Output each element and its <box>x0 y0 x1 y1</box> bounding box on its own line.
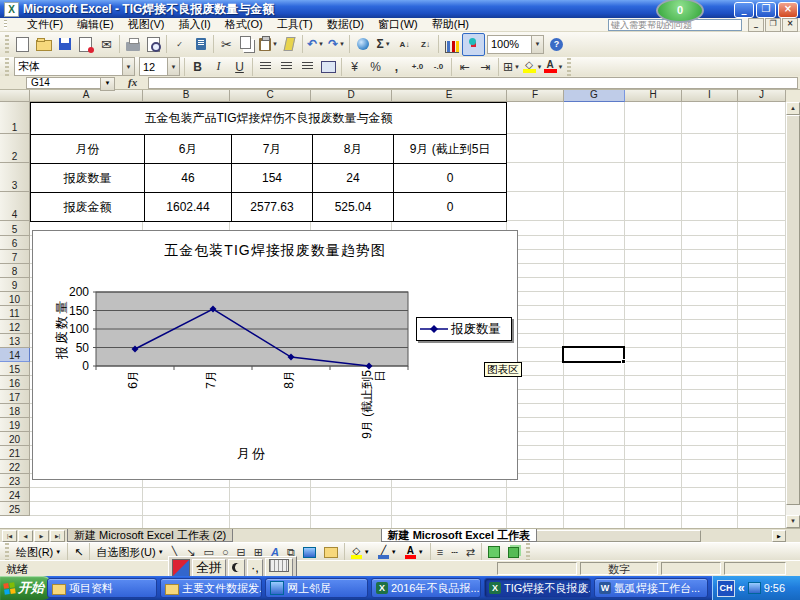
help-button[interactable]: ? <box>546 34 567 55</box>
row-header-9[interactable]: 9 <box>0 278 30 292</box>
percent-style-button[interactable]: % <box>365 58 386 75</box>
mail-button[interactable]: ✉ <box>96 34 117 55</box>
table-cell[interactable]: 0 <box>393 164 506 192</box>
font-name-combo[interactable]: 宋体 ▼ <box>14 57 135 76</box>
column-header-C[interactable]: C <box>230 89 311 102</box>
new-button[interactable] <box>12 34 33 55</box>
align-center-button[interactable] <box>276 58 297 75</box>
insert-hyperlink-button[interactable] <box>352 34 373 55</box>
column-header-D[interactable]: D <box>311 89 392 102</box>
chevron-down-icon[interactable]: ▼ <box>531 36 543 53</box>
permission-button[interactable] <box>75 34 96 55</box>
table-cell[interactable]: 525.04 <box>312 193 393 221</box>
table-cell[interactable]: 报废数量 <box>31 164 144 192</box>
spelling-button[interactable]: ✓ <box>169 34 190 55</box>
start-button[interactable]: 开始 <box>0 576 52 600</box>
decrease-indent-button[interactable]: ⇤ <box>454 58 475 75</box>
column-header-G[interactable]: G <box>564 89 625 102</box>
insert-picture-button[interactable] <box>320 547 342 558</box>
table-cell[interactable]: 8月 <box>312 135 393 163</box>
scroll-right-icon[interactable]: ▶ <box>772 530 786 542</box>
arrow-style-button[interactable]: ⇄ <box>462 546 479 559</box>
print-button[interactable] <box>122 34 143 55</box>
row-header-19[interactable]: 19 <box>0 418 30 432</box>
dash-style-button[interactable]: ┄ <box>447 546 462 559</box>
table-cell[interactable]: 月份 <box>31 135 144 163</box>
next-sheet-button[interactable]: ▶ <box>34 530 49 542</box>
print-preview-button[interactable] <box>143 34 164 55</box>
toolbar-options-button[interactable] <box>567 58 571 76</box>
merge-center-button[interactable] <box>318 58 339 75</box>
collapse-tray-icon[interactable]: « <box>738 581 745 595</box>
column-header-B[interactable]: B <box>143 89 230 102</box>
row-header-14[interactable]: 14 <box>0 348 30 362</box>
close-button[interactable]: × <box>778 2 798 18</box>
row-header-15[interactable]: 15 <box>0 362 30 376</box>
table-cell[interactable]: 24 <box>312 164 393 192</box>
taskbar-item-2[interactable]: 网上邻居 <box>265 578 368 598</box>
toolbar-options-button[interactable] <box>526 543 530 561</box>
save-button[interactable] <box>54 34 75 55</box>
decrease-decimal-button[interactable]: -.0 <box>428 58 449 75</box>
draw-menu-button[interactable]: 绘图(R)▼ <box>12 545 65 560</box>
menu-item-6[interactable]: 数据(D) <box>320 17 371 32</box>
toolbar-grip[interactable] <box>5 543 9 561</box>
toolbar-grip[interactable] <box>5 35 9 53</box>
undo-button[interactable]: ↶▼ <box>305 34 326 55</box>
column-header-J[interactable]: J <box>738 89 786 102</box>
increase-indent-button[interactable]: ⇥ <box>475 58 496 75</box>
column-header-H[interactable]: H <box>625 89 682 102</box>
chart-plot-area[interactable] <box>96 292 408 366</box>
selected-cell-G14[interactable] <box>562 346 625 363</box>
column-header-A[interactable]: A <box>30 89 143 102</box>
formula-input[interactable] <box>148 77 798 89</box>
last-sheet-button[interactable]: ▶| <box>50 530 65 542</box>
font-size-combo[interactable]: 12 ▼ <box>139 57 180 76</box>
row-header-2[interactable]: 2 <box>0 134 30 163</box>
sheet-tab-1[interactable]: 新建 Microsoft Excel 工作表 <box>381 529 537 542</box>
zoom-combo[interactable]: 100%▼ <box>487 35 544 54</box>
row-header-4[interactable]: 4 <box>0 192 30 221</box>
row-header-3[interactable]: 3 <box>0 163 30 192</box>
autosum-button[interactable]: Σ▼ <box>373 34 394 55</box>
table-cell[interactable]: 7月 <box>231 135 312 163</box>
restore-button[interactable]: ❐ <box>756 2 776 18</box>
workbook-close-button[interactable]: × <box>782 18 798 32</box>
name-box-dropdown-icon[interactable]: ▼ <box>100 77 115 91</box>
ime-mode-button[interactable]: 全拼 <box>192 559 226 577</box>
workbook-minimize-button[interactable]: _ <box>748 18 764 32</box>
shadow-style-button[interactable] <box>484 546 504 558</box>
row-header-24[interactable]: 24 <box>0 488 30 502</box>
underline-button[interactable]: U <box>229 58 250 75</box>
select-all-corner[interactable] <box>0 89 30 102</box>
column-header-E[interactable]: E <box>392 89 507 102</box>
menu-item-8[interactable]: 帮助(H) <box>425 17 476 32</box>
network-tray-icon[interactable] <box>748 582 761 594</box>
italic-button[interactable]: I <box>208 58 229 75</box>
row-header-25[interactable]: 25 <box>0 502 30 516</box>
chevron-down-icon[interactable]: ▼ <box>339 41 345 47</box>
bold-button[interactable]: B <box>187 58 208 75</box>
chart-wizard-button[interactable] <box>441 34 462 55</box>
minimize-button[interactable]: _ <box>734 2 754 18</box>
row-header-10[interactable]: 10 <box>0 292 30 306</box>
line-color-button[interactable]: ╱▼ <box>374 546 401 559</box>
fill-color-button[interactable]: ◇▼ <box>522 58 543 75</box>
vertical-scroll-thumb[interactable] <box>786 115 800 505</box>
ime-softkeyboard-button[interactable] <box>265 558 293 577</box>
ime-fullhalf-button[interactable] <box>228 559 245 577</box>
table-cell[interactable]: 9月 (截止到5日 <box>393 135 506 163</box>
chart-object[interactable]: 五金包装TIG焊接报废数量趋势图 报废数量 月份 报废数量 0501001502… <box>32 230 518 480</box>
name-box[interactable]: G14 <box>26 77 104 89</box>
row-header-5[interactable]: 5 <box>0 221 30 236</box>
row-header-17[interactable]: 17 <box>0 390 30 404</box>
row-header-18[interactable]: 18 <box>0 404 30 418</box>
vertical-scrollbar[interactable]: ▲ ▼ <box>786 102 800 528</box>
menu-item-7[interactable]: 窗口(W) <box>371 17 425 32</box>
menu-item-5[interactable]: 工具(T) <box>270 17 320 32</box>
row-header-11[interactable]: 11 <box>0 306 30 320</box>
drawing-button[interactable] <box>462 33 485 56</box>
row-header-22[interactable]: 22 <box>0 460 30 474</box>
row-header-7[interactable]: 7 <box>0 250 30 264</box>
copy-button[interactable] <box>237 34 258 55</box>
